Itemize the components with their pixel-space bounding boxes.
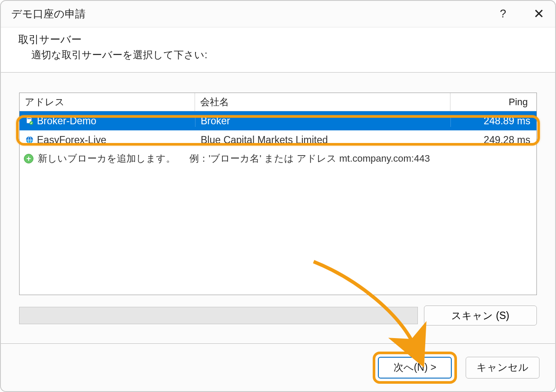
- server-icon: [25, 135, 34, 145]
- col-ping[interactable]: Ping: [450, 93, 536, 111]
- col-address[interactable]: アドレス: [20, 93, 195, 111]
- table-row[interactable]: EasyForex-Live Blue Capital Markets Limi…: [20, 130, 536, 149]
- scan-button[interactable]: スキャン (S): [424, 306, 537, 326]
- svg-rect-1: [27, 118, 31, 119]
- cell-company: Blue Capital Markets Limited: [195, 134, 450, 146]
- next-button[interactable]: 次へ(N) >: [378, 357, 452, 379]
- body-area: アドレス 会社名 Ping: [1, 73, 555, 343]
- cell-ping: 248.89 ms: [450, 115, 536, 127]
- cell-address: Broker-Demo: [20, 115, 195, 127]
- cell-address-text: EasyForex-Live: [37, 134, 106, 146]
- cell-ping: 249.28 ms: [450, 134, 536, 146]
- cancel-button[interactable]: キャンセル: [466, 357, 539, 379]
- titlebar: デモ口座の申請 ? ✕: [1, 1, 555, 27]
- table-header: アドレス 会社名 Ping: [20, 93, 536, 111]
- cell-company: Broker: [195, 115, 450, 127]
- add-broker-hint: 例：'ブローカ名' または アドレス mt.company.com:443: [189, 152, 430, 165]
- section-title: 取引サーバー: [18, 33, 555, 47]
- subheader: 取引サーバー 適切な取引サーバーを選択して下さい:: [1, 27, 555, 73]
- table-body: Broker-Demo Broker 248.89 ms: [20, 111, 536, 168]
- cell-address-text: Broker-Demo: [37, 115, 96, 127]
- dialog-title: デモ口座の申請: [11, 7, 494, 21]
- demo-account-dialog: デモ口座の申請 ? ✕ 取引サーバー 適切な取引サーバーを選択して下さい: アド…: [0, 0, 556, 392]
- table-row[interactable]: Broker-Demo Broker 248.89 ms: [20, 111, 536, 130]
- titlebar-buttons: ? ✕: [494, 7, 547, 20]
- add-icon: +: [24, 154, 33, 163]
- add-broker-label: 新しいブローカを追加します。: [38, 152, 175, 165]
- section-description: 適切な取引サーバーを選択して下さい:: [18, 48, 555, 62]
- add-broker-row[interactable]: + 新しいブローカを追加します。 例：'ブローカ名' または アドレス mt.c…: [20, 149, 536, 168]
- bottom-controls: スキャン (S): [19, 306, 537, 326]
- col-company[interactable]: 会社名: [195, 93, 450, 111]
- dialog-footer: 次へ(N) > キャンセル: [1, 343, 555, 391]
- close-icon[interactable]: ✕: [530, 7, 547, 20]
- server-table: アドレス 会社名 Ping: [19, 93, 537, 295]
- help-icon[interactable]: ?: [494, 7, 512, 20]
- scan-progress: [19, 307, 418, 324]
- server-icon: [25, 116, 34, 126]
- next-button-highlight: 次へ(N) >: [373, 352, 457, 384]
- cell-address: EasyForex-Live: [20, 134, 195, 146]
